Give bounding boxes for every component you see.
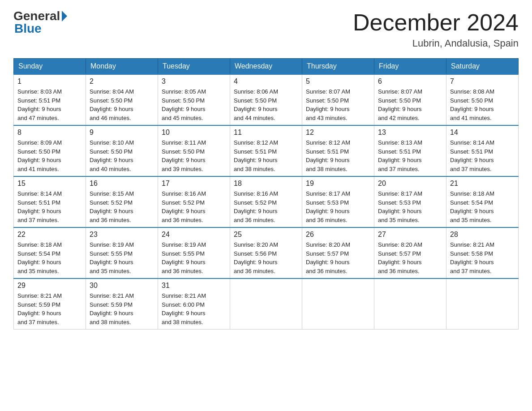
day-number: 12 — [306, 128, 370, 137]
day-info: Sunrise: 8:11 AMSunset: 5:50 PMDaylight:… — [162, 138, 226, 173]
calendar-cell: 30Sunrise: 8:21 AMSunset: 5:59 PMDayligh… — [86, 278, 158, 330]
calendar-cell: 17Sunrise: 8:16 AMSunset: 5:52 PMDayligh… — [158, 176, 230, 227]
day-info: Sunrise: 8:15 AMSunset: 5:52 PMDaylight:… — [90, 189, 154, 224]
day-info: Sunrise: 8:12 AMSunset: 5:51 PMDaylight:… — [306, 138, 370, 173]
day-info: Sunrise: 8:21 AMSunset: 5:58 PMDaylight:… — [450, 240, 515, 275]
calendar-cell: 18Sunrise: 8:16 AMSunset: 5:52 PMDayligh… — [230, 176, 302, 227]
day-info: Sunrise: 8:14 AMSunset: 5:51 PMDaylight:… — [450, 138, 515, 173]
day-header-monday: Monday — [86, 59, 158, 75]
calendar-cell: 3Sunrise: 8:05 AMSunset: 5:50 PMDaylight… — [158, 74, 230, 125]
day-info: Sunrise: 8:20 AMSunset: 5:57 PMDaylight:… — [378, 240, 442, 275]
calendar-cell: 22Sunrise: 8:18 AMSunset: 5:54 PMDayligh… — [14, 227, 86, 278]
logo: General Blue — [13, 9, 67, 36]
day-info: Sunrise: 8:21 AMSunset: 5:59 PMDaylight:… — [90, 291, 154, 326]
day-number: 6 — [378, 77, 442, 86]
day-info: Sunrise: 8:07 AMSunset: 5:50 PMDaylight:… — [306, 87, 370, 122]
day-info: Sunrise: 8:14 AMSunset: 5:51 PMDaylight:… — [17, 189, 82, 224]
calendar-cell: 8Sunrise: 8:09 AMSunset: 5:50 PMDaylight… — [14, 125, 86, 176]
calendar-cell: 26Sunrise: 8:20 AMSunset: 5:57 PMDayligh… — [302, 227, 374, 278]
day-number: 28 — [450, 231, 515, 239]
calendar-cell: 16Sunrise: 8:15 AMSunset: 5:52 PMDayligh… — [86, 176, 158, 227]
day-number: 11 — [234, 128, 298, 137]
day-number: 31 — [162, 282, 226, 290]
day-header-sunday: Sunday — [14, 59, 86, 75]
calendar-cell: 6Sunrise: 8:07 AMSunset: 5:50 PMDaylight… — [374, 74, 446, 125]
day-number: 20 — [378, 180, 442, 188]
calendar-cell: 2Sunrise: 8:04 AMSunset: 5:50 PMDaylight… — [86, 74, 158, 125]
day-info: Sunrise: 8:05 AMSunset: 5:50 PMDaylight:… — [162, 87, 226, 122]
calendar-cell: 25Sunrise: 8:20 AMSunset: 5:56 PMDayligh… — [230, 227, 302, 278]
day-number: 2 — [90, 77, 154, 86]
day-header-tuesday: Tuesday — [158, 59, 230, 75]
calendar-cell — [230, 278, 302, 330]
day-number: 9 — [90, 128, 154, 137]
day-info: Sunrise: 8:08 AMSunset: 5:50 PMDaylight:… — [450, 87, 515, 122]
location-title: Lubrin, Andalusia, Spain — [353, 38, 519, 49]
day-info: Sunrise: 8:17 AMSunset: 5:53 PMDaylight:… — [378, 189, 442, 224]
calendar-cell: 11Sunrise: 8:12 AMSunset: 5:51 PMDayligh… — [230, 125, 302, 176]
day-info: Sunrise: 8:07 AMSunset: 5:50 PMDaylight:… — [378, 87, 442, 122]
calendar-cell: 1Sunrise: 8:03 AMSunset: 5:51 PMDaylight… — [14, 74, 86, 125]
day-number: 23 — [90, 231, 154, 239]
day-number: 16 — [90, 180, 154, 188]
calendar-cell: 24Sunrise: 8:19 AMSunset: 5:55 PMDayligh… — [158, 227, 230, 278]
logo-blue-text: Blue — [13, 21, 42, 36]
calendar-cell: 29Sunrise: 8:21 AMSunset: 5:59 PMDayligh… — [14, 278, 86, 330]
calendar-cell: 7Sunrise: 8:08 AMSunset: 5:50 PMDaylight… — [446, 74, 519, 125]
calendar-cell: 21Sunrise: 8:18 AMSunset: 5:54 PMDayligh… — [446, 176, 519, 227]
month-title: December 2024 — [353, 9, 519, 36]
day-number: 4 — [234, 77, 298, 86]
week-row-1: 1Sunrise: 8:03 AMSunset: 5:51 PMDaylight… — [14, 74, 519, 125]
day-info: Sunrise: 8:06 AMSunset: 5:50 PMDaylight:… — [234, 87, 298, 122]
day-info: Sunrise: 8:16 AMSunset: 5:52 PMDaylight:… — [162, 189, 226, 224]
day-info: Sunrise: 8:16 AMSunset: 5:52 PMDaylight:… — [234, 189, 298, 224]
day-info: Sunrise: 8:04 AMSunset: 5:50 PMDaylight:… — [90, 87, 154, 122]
day-number: 25 — [234, 231, 298, 239]
calendar-cell: 5Sunrise: 8:07 AMSunset: 5:50 PMDaylight… — [302, 74, 374, 125]
day-header-wednesday: Wednesday — [230, 59, 302, 75]
calendar-cell — [446, 278, 519, 330]
day-header-saturday: Saturday — [446, 59, 519, 75]
calendar-cell: 19Sunrise: 8:17 AMSunset: 5:53 PMDayligh… — [302, 176, 374, 227]
day-number: 7 — [450, 77, 515, 86]
calendar-cell: 27Sunrise: 8:20 AMSunset: 5:57 PMDayligh… — [374, 227, 446, 278]
week-row-5: 29Sunrise: 8:21 AMSunset: 5:59 PMDayligh… — [14, 278, 519, 330]
week-row-3: 15Sunrise: 8:14 AMSunset: 5:51 PMDayligh… — [14, 176, 519, 227]
calendar-cell: 13Sunrise: 8:13 AMSunset: 5:51 PMDayligh… — [374, 125, 446, 176]
day-info: Sunrise: 8:19 AMSunset: 5:55 PMDaylight:… — [162, 240, 226, 275]
calendar-cell: 12Sunrise: 8:12 AMSunset: 5:51 PMDayligh… — [302, 125, 374, 176]
day-number: 5 — [306, 77, 370, 86]
week-row-4: 22Sunrise: 8:18 AMSunset: 5:54 PMDayligh… — [14, 227, 519, 278]
day-number: 18 — [234, 180, 298, 188]
header-row: SundayMondayTuesdayWednesdayThursdayFrid… — [14, 59, 519, 75]
day-number: 17 — [162, 180, 226, 188]
day-header-thursday: Thursday — [302, 59, 374, 75]
calendar-cell: 20Sunrise: 8:17 AMSunset: 5:53 PMDayligh… — [374, 176, 446, 227]
calendar-cell — [302, 278, 374, 330]
day-number: 14 — [450, 128, 515, 137]
calendar-cell: 4Sunrise: 8:06 AMSunset: 5:50 PMDaylight… — [230, 74, 302, 125]
day-info: Sunrise: 8:19 AMSunset: 5:55 PMDaylight:… — [90, 240, 154, 275]
day-info: Sunrise: 8:21 AMSunset: 5:59 PMDaylight:… — [17, 291, 82, 326]
calendar-cell: 31Sunrise: 8:21 AMSunset: 6:00 PMDayligh… — [158, 278, 230, 330]
week-row-2: 8Sunrise: 8:09 AMSunset: 5:50 PMDaylight… — [14, 125, 519, 176]
calendar-cell: 14Sunrise: 8:14 AMSunset: 5:51 PMDayligh… — [446, 125, 519, 176]
day-number: 21 — [450, 180, 515, 188]
title-section: December 2024 Lubrin, Andalusia, Spain — [353, 9, 519, 49]
calendar-cell: 15Sunrise: 8:14 AMSunset: 5:51 PMDayligh… — [14, 176, 86, 227]
day-number: 24 — [162, 231, 226, 239]
day-number: 1 — [17, 77, 82, 86]
day-number: 10 — [162, 128, 226, 137]
day-number: 8 — [17, 128, 82, 137]
day-number: 3 — [162, 77, 226, 86]
logo-arrow-icon — [62, 11, 67, 21]
day-number: 27 — [378, 231, 442, 239]
day-info: Sunrise: 8:17 AMSunset: 5:53 PMDaylight:… — [306, 189, 370, 224]
day-info: Sunrise: 8:18 AMSunset: 5:54 PMDaylight:… — [17, 240, 82, 275]
day-info: Sunrise: 8:18 AMSunset: 5:54 PMDaylight:… — [450, 189, 515, 224]
day-number: 15 — [17, 180, 82, 188]
day-info: Sunrise: 8:03 AMSunset: 5:51 PMDaylight:… — [17, 87, 82, 122]
day-header-friday: Friday — [374, 59, 446, 75]
calendar-cell: 28Sunrise: 8:21 AMSunset: 5:58 PMDayligh… — [446, 227, 519, 278]
day-info: Sunrise: 8:20 AMSunset: 5:56 PMDaylight:… — [234, 240, 298, 275]
